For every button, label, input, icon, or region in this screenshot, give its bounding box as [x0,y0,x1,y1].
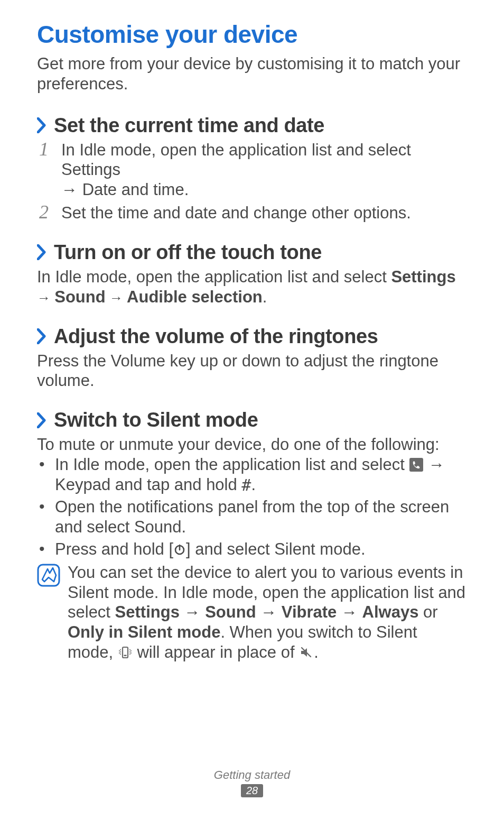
section-heading-touchtone: Turn on or off the touch tone [54,241,322,264]
chevron-right-icon [37,328,46,344]
section-silent: Switch to Silent mode To mute or unmute … [37,409,467,663]
bullet-3: Press and hold [ ] and select Silent mod… [38,539,467,559]
volume-para: Press the Volume key up or down to adjus… [37,351,467,391]
mute-speaker-icon [299,645,314,660]
section-heading-row: Adjust the volume of the ringtones [37,325,467,348]
footer-page-number: 28 [241,784,263,797]
page-footer: Getting started 28 [0,768,504,797]
phone-app-icon [409,457,424,472]
step-text: Set the time and date and change other o… [61,204,411,222]
section-volume: Adjust the volume of the ringtones Press… [37,325,467,391]
section-heading-volume: Adjust the volume of the ringtones [54,325,378,348]
footer-section-title: Getting started [214,768,290,782]
section-heading-silent: Switch to Silent mode [54,409,258,431]
note-body: You can set the device to alert you to v… [68,563,467,663]
vibrate-phone-icon [118,645,133,660]
bullet-list: In Idle mode, open the application list … [37,455,467,559]
chevron-right-icon [37,244,46,260]
svg-rect-0 [409,458,423,472]
svg-rect-5 [124,655,126,657]
step-number: 2 [39,201,49,224]
bullet-1: In Idle mode, open the application list … [38,455,467,495]
section-heading-row: Switch to Silent mode [37,409,467,431]
step-number: 1 [39,138,49,161]
chevron-right-icon [37,117,46,133]
hash-key-icon: # [241,476,251,495]
steps-list: 1 In Idle mode, open the application lis… [37,140,467,223]
step-1: 1 In Idle mode, open the application lis… [39,140,467,200]
step-text: In Idle mode, open the application list … [61,141,467,200]
section-heading-time: Set the current time and date [54,114,324,137]
step-2: 2 Set the time and date and change other… [39,203,467,223]
section-touchtone: Turn on or off the touch tone In Idle mo… [37,241,467,307]
silent-intro: To mute or unmute your device, do one of… [37,435,467,455]
section-heading-row: Turn on or off the touch tone [37,241,467,264]
touchtone-para: In Idle mode, open the application list … [37,267,467,307]
power-key-icon [173,544,186,556]
note-icon [37,564,60,587]
note-block: You can set the device to alert you to v… [37,563,467,663]
section-heading-row: Set the current time and date [37,114,467,137]
chevron-right-icon [37,412,46,428]
manual-page: Customise your device Get more from your… [0,0,504,828]
page-title: Customise your device [37,20,467,49]
page-intro: Get more from your device by customising… [37,54,467,94]
section-time: Set the current time and date 1 In Idle … [37,114,467,223]
bullet-2: Open the notifications panel from the to… [38,497,467,537]
